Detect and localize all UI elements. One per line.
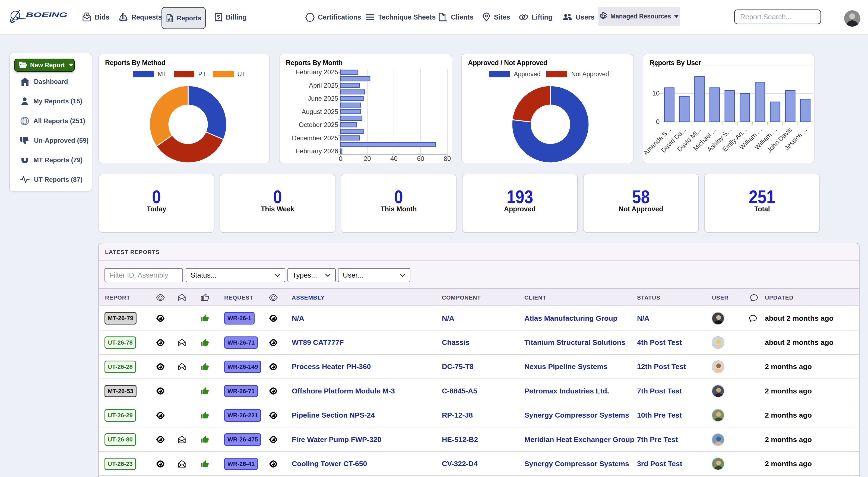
svg-text:10: 10 [652, 90, 659, 97]
svg-text:BOEING: BOEING [26, 11, 67, 19]
svg-text:December 2025: December 2025 [292, 134, 338, 141]
svg-text:August 2025: August 2025 [302, 108, 338, 115]
svg-text:60: 60 [417, 155, 424, 162]
svg-text:20: 20 [364, 155, 371, 162]
svg-text:February 2025: February 2025 [296, 68, 338, 76]
svg-text:February 2026: February 2026 [296, 147, 338, 155]
svg-text:0: 0 [339, 155, 342, 162]
svg-text:40: 40 [390, 155, 398, 162]
svg-text:80: 80 [444, 155, 451, 162]
svg-text:0: 0 [656, 118, 659, 125]
svg-text:October 2025: October 2025 [299, 121, 338, 128]
svg-text:April 2025: April 2025 [309, 82, 338, 89]
svg-text:June 2025: June 2025 [308, 95, 338, 102]
svg-text:20: 20 [652, 61, 659, 69]
